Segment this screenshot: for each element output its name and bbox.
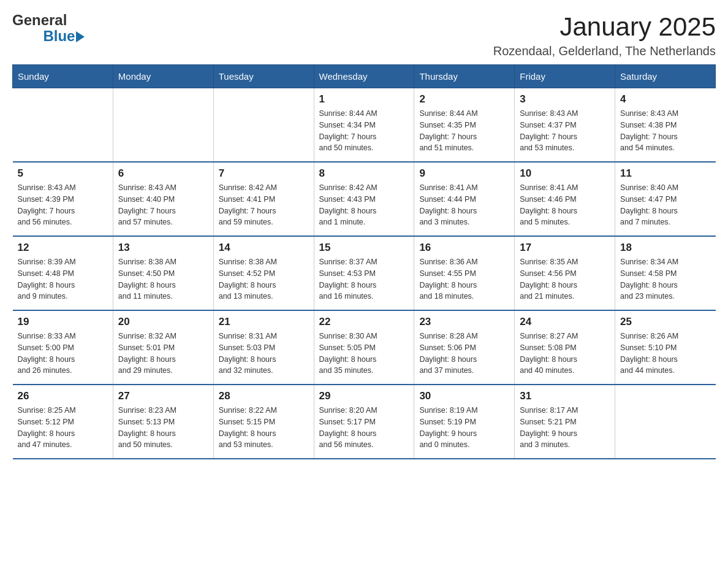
day-cell: 19Sunrise: 8:33 AM Sunset: 5:00 PM Dayli… [13, 310, 113, 385]
day-cell: 10Sunrise: 8:41 AM Sunset: 4:46 PM Dayli… [515, 162, 615, 236]
day-number: 24 [520, 316, 610, 328]
day-cell: 8Sunrise: 8:42 AM Sunset: 4:43 PM Daylig… [314, 162, 414, 236]
day-info: Sunrise: 8:39 AM Sunset: 4:48 PM Dayligh… [18, 256, 108, 302]
day-cell: 14Sunrise: 8:38 AM Sunset: 4:52 PM Dayli… [213, 236, 314, 310]
day-cell: 9Sunrise: 8:41 AM Sunset: 4:44 PM Daylig… [414, 162, 515, 236]
day-number: 20 [118, 316, 208, 328]
day-info: Sunrise: 8:36 AM Sunset: 4:55 PM Dayligh… [419, 256, 509, 302]
day-number: 7 [219, 167, 309, 180]
day-info: Sunrise: 8:38 AM Sunset: 4:50 PM Dayligh… [118, 256, 208, 302]
day-cell: 24Sunrise: 8:27 AM Sunset: 5:08 PM Dayli… [515, 310, 615, 385]
day-of-week-tuesday: Tuesday [213, 65, 314, 88]
day-number: 3 [520, 93, 610, 105]
day-info: Sunrise: 8:27 AM Sunset: 5:08 PM Dayligh… [520, 331, 610, 377]
day-info: Sunrise: 8:43 AM Sunset: 4:40 PM Dayligh… [118, 182, 208, 228]
day-number: 9 [419, 167, 509, 180]
day-cell: 13Sunrise: 8:38 AM Sunset: 4:50 PM Dayli… [113, 236, 213, 310]
day-number: 5 [18, 167, 108, 180]
day-number: 19 [18, 316, 108, 328]
days-of-week-row: SundayMondayTuesdayWednesdayThursdayFrid… [13, 65, 716, 88]
day-of-week-wednesday: Wednesday [314, 65, 414, 88]
day-cell: 25Sunrise: 8:26 AM Sunset: 5:10 PM Dayli… [615, 310, 716, 385]
day-cell: 11Sunrise: 8:40 AM Sunset: 4:47 PM Dayli… [615, 162, 716, 236]
page-title: January 2025 [493, 12, 716, 42]
day-cell: 4Sunrise: 8:43 AM Sunset: 4:38 PM Daylig… [615, 88, 716, 163]
day-info: Sunrise: 8:35 AM Sunset: 4:56 PM Dayligh… [520, 256, 610, 302]
day-info: Sunrise: 8:43 AM Sunset: 4:38 PM Dayligh… [620, 108, 710, 154]
day-number: 14 [219, 242, 309, 254]
day-number: 13 [118, 242, 208, 254]
day-cell: 12Sunrise: 8:39 AM Sunset: 4:48 PM Dayli… [13, 236, 113, 310]
day-info: Sunrise: 8:37 AM Sunset: 4:53 PM Dayligh… [319, 256, 409, 302]
day-number: 15 [319, 242, 409, 254]
week-row-4: 19Sunrise: 8:33 AM Sunset: 5:00 PM Dayli… [13, 310, 716, 385]
day-number: 30 [419, 390, 509, 402]
day-number: 22 [319, 316, 409, 328]
day-info: Sunrise: 8:32 AM Sunset: 5:01 PM Dayligh… [118, 331, 208, 377]
day-info: Sunrise: 8:23 AM Sunset: 5:13 PM Dayligh… [118, 405, 208, 451]
day-info: Sunrise: 8:31 AM Sunset: 5:03 PM Dayligh… [219, 331, 309, 377]
day-cell: 18Sunrise: 8:34 AM Sunset: 4:58 PM Dayli… [615, 236, 716, 310]
calendar-table: SundayMondayTuesdayWednesdayThursdayFrid… [12, 64, 716, 459]
day-cell: 2Sunrise: 8:44 AM Sunset: 4:35 PM Daylig… [414, 88, 515, 163]
header: General Blue January 2025 Rozendaal, Gel… [12, 12, 716, 58]
day-cell [113, 88, 213, 163]
day-number: 23 [419, 316, 509, 328]
day-info: Sunrise: 8:43 AM Sunset: 4:37 PM Dayligh… [520, 108, 610, 154]
day-info: Sunrise: 8:17 AM Sunset: 5:21 PM Dayligh… [520, 405, 610, 451]
day-number: 1 [319, 93, 409, 105]
day-info: Sunrise: 8:34 AM Sunset: 4:58 PM Dayligh… [620, 256, 710, 302]
day-of-week-sunday: Sunday [13, 65, 113, 88]
logo: General Blue [12, 12, 77, 45]
week-row-2: 5Sunrise: 8:43 AM Sunset: 4:39 PM Daylig… [13, 162, 716, 236]
day-info: Sunrise: 8:22 AM Sunset: 5:15 PM Dayligh… [219, 405, 309, 451]
day-cell: 23Sunrise: 8:28 AM Sunset: 5:06 PM Dayli… [414, 310, 515, 385]
day-info: Sunrise: 8:40 AM Sunset: 4:47 PM Dayligh… [620, 182, 710, 228]
day-number: 4 [620, 93, 710, 105]
day-number: 11 [620, 167, 710, 180]
calendar-header: SundayMondayTuesdayWednesdayThursdayFrid… [13, 65, 716, 88]
day-of-week-monday: Monday [113, 65, 213, 88]
day-number: 8 [319, 167, 409, 180]
week-row-5: 26Sunrise: 8:25 AM Sunset: 5:12 PM Dayli… [13, 385, 716, 459]
day-cell: 27Sunrise: 8:23 AM Sunset: 5:13 PM Dayli… [113, 385, 213, 459]
day-cell: 16Sunrise: 8:36 AM Sunset: 4:55 PM Dayli… [414, 236, 515, 310]
day-number: 18 [620, 242, 710, 254]
week-row-3: 12Sunrise: 8:39 AM Sunset: 4:48 PM Dayli… [13, 236, 716, 310]
day-info: Sunrise: 8:41 AM Sunset: 4:44 PM Dayligh… [419, 182, 509, 228]
day-cell: 6Sunrise: 8:43 AM Sunset: 4:40 PM Daylig… [113, 162, 213, 236]
day-info: Sunrise: 8:30 AM Sunset: 5:05 PM Dayligh… [319, 331, 409, 377]
day-cell: 31Sunrise: 8:17 AM Sunset: 5:21 PM Dayli… [515, 385, 615, 459]
day-cell: 1Sunrise: 8:44 AM Sunset: 4:34 PM Daylig… [314, 88, 414, 163]
day-number: 2 [419, 93, 509, 105]
day-cell: 15Sunrise: 8:37 AM Sunset: 4:53 PM Dayli… [314, 236, 414, 310]
week-row-1: 1Sunrise: 8:44 AM Sunset: 4:34 PM Daylig… [13, 88, 716, 163]
day-info: Sunrise: 8:25 AM Sunset: 5:12 PM Dayligh… [18, 405, 108, 451]
day-number: 12 [18, 242, 108, 254]
day-cell: 5Sunrise: 8:43 AM Sunset: 4:39 PM Daylig… [13, 162, 113, 236]
day-info: Sunrise: 8:20 AM Sunset: 5:17 PM Dayligh… [319, 405, 409, 451]
day-info: Sunrise: 8:41 AM Sunset: 4:46 PM Dayligh… [520, 182, 610, 228]
day-cell: 26Sunrise: 8:25 AM Sunset: 5:12 PM Dayli… [13, 385, 113, 459]
day-info: Sunrise: 8:44 AM Sunset: 4:34 PM Dayligh… [319, 108, 409, 154]
day-cell: 17Sunrise: 8:35 AM Sunset: 4:56 PM Dayli… [515, 236, 615, 310]
day-cell: 7Sunrise: 8:42 AM Sunset: 4:41 PM Daylig… [213, 162, 314, 236]
day-cell: 22Sunrise: 8:30 AM Sunset: 5:05 PM Dayli… [314, 310, 414, 385]
day-cell [13, 88, 113, 163]
day-cell: 20Sunrise: 8:32 AM Sunset: 5:01 PM Dayli… [113, 310, 213, 385]
title-area: January 2025 Rozendaal, Gelderland, The … [493, 12, 716, 58]
subtitle: Rozendaal, Gelderland, The Netherlands [493, 44, 716, 58]
day-cell: 29Sunrise: 8:20 AM Sunset: 5:17 PM Dayli… [314, 385, 414, 459]
day-number: 17 [520, 242, 610, 254]
day-cell: 21Sunrise: 8:31 AM Sunset: 5:03 PM Dayli… [213, 310, 314, 385]
day-number: 10 [520, 167, 610, 180]
day-info: Sunrise: 8:42 AM Sunset: 4:43 PM Dayligh… [319, 182, 409, 228]
day-info: Sunrise: 8:33 AM Sunset: 5:00 PM Dayligh… [18, 331, 108, 377]
day-number: 21 [219, 316, 309, 328]
day-number: 6 [118, 167, 208, 180]
day-number: 26 [18, 390, 108, 402]
day-cell [213, 88, 314, 163]
day-of-week-thursday: Thursday [414, 65, 515, 88]
day-info: Sunrise: 8:26 AM Sunset: 5:10 PM Dayligh… [620, 331, 710, 377]
day-cell [615, 385, 716, 459]
